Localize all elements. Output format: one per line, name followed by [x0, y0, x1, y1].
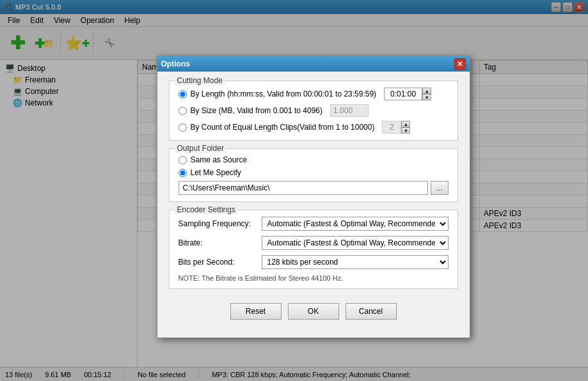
radio-same-as-source-row: Same as Source — [179, 155, 449, 164]
dialog-title-bar: Options ✕ — [157, 56, 470, 72]
radio-by-size-row: By Size (MB, Valid from 0.001 to 4096) — [179, 104, 449, 117]
radio-let-me-specify-label[interactable]: Let Me Specify — [191, 168, 241, 177]
bits-per-second-label: Bits per Second: — [179, 258, 262, 267]
dialog-body: Cutting Mode By Length (hh:mm:ss, Valid … — [157, 72, 470, 338]
length-spin-down[interactable]: ▼ — [422, 94, 431, 100]
radio-let-me-specify-row: Let Me Specify — [179, 168, 449, 177]
length-input[interactable] — [384, 88, 422, 100]
cutting-mode-section: Cutting Mode By Length (hh:mm:ss, Valid … — [169, 81, 458, 141]
length-spin-buttons: ▲ ▼ — [422, 88, 431, 100]
radio-same-as-source[interactable] — [179, 156, 187, 164]
bitrate-select-wrapper[interactable]: Automatic (Fastest & Optimal Way, Recomm… — [262, 236, 449, 250]
dialog-buttons: Reset OK Cancel — [169, 297, 458, 329]
bitrate-row: Bitrate: Automatic (Fastest & Optimal Wa… — [179, 236, 449, 250]
reset-button[interactable]: Reset — [230, 303, 282, 320]
ok-button[interactable]: OK — [288, 303, 339, 320]
count-spinbox[interactable]: ▲ ▼ — [382, 121, 410, 134]
sampling-frequency-label: Sampling Frequency: — [179, 219, 262, 228]
radio-by-length-row: By Length (hh:mm:ss, Valid from 00:00:01… — [179, 88, 449, 100]
count-spin-up[interactable]: ▲ — [401, 121, 410, 127]
path-input[interactable] — [179, 181, 428, 195]
options-dialog: Options ✕ Cutting Mode By Length (hh:mm:… — [157, 56, 470, 338]
radio-by-length-label[interactable]: By Length (hh:mm:ss, Valid from 00:00:01… — [191, 89, 377, 98]
encoder-settings-label: Encoder Settings — [175, 205, 238, 214]
bits-per-second-select[interactable]: 128 kbits per second — [262, 255, 449, 269]
radio-by-size[interactable] — [179, 107, 187, 115]
encoder-settings-section: Encoder Settings Sampling Frequency: Aut… — [169, 210, 458, 289]
bits-per-second-row: Bits per Second: 128 kbits per second — [179, 255, 449, 269]
dialog-title: Options — [161, 59, 190, 68]
bitrate-select[interactable]: Automatic (Fastest & Optimal Way, Recomm… — [262, 236, 449, 250]
cutting-mode-label: Cutting Mode — [175, 76, 225, 85]
radio-by-size-label[interactable]: By Size (MB, Valid from 0.001 to 4096) — [191, 106, 323, 115]
length-spinbox[interactable]: ▲ ▼ — [384, 88, 431, 100]
output-folder-label: Output Folder — [175, 144, 226, 153]
browse-button[interactable]: … — [431, 181, 449, 195]
modal-overlay: Options ✕ Cutting Mode By Length (hh:mm:… — [0, 0, 588, 381]
count-spin-down[interactable]: ▼ — [401, 127, 410, 134]
radio-by-count-label[interactable]: By Count of Equal Length Clips(Valid fro… — [191, 123, 375, 132]
path-row: … — [179, 181, 449, 195]
radio-same-as-source-label[interactable]: Same as Source — [191, 155, 248, 164]
radio-by-length[interactable] — [179, 90, 187, 98]
radio-by-count[interactable] — [179, 123, 187, 132]
bitrate-label: Bitrate: — [179, 238, 262, 247]
size-input[interactable] — [330, 104, 369, 117]
count-input[interactable] — [382, 121, 401, 134]
output-folder-section: Output Folder Same as Source Let Me Spec… — [169, 148, 458, 202]
bits-per-second-select-wrapper[interactable]: 128 kbits per second — [262, 255, 449, 269]
length-spin-up[interactable]: ▲ — [422, 88, 431, 94]
encoder-note: NOTE: The Bitrate is Estimated for Stere… — [179, 274, 449, 282]
cancel-button[interactable]: Cancel — [346, 303, 397, 320]
dialog-close-button[interactable]: ✕ — [454, 58, 466, 70]
radio-by-count-row: By Count of Equal Length Clips(Valid fro… — [179, 121, 449, 134]
radio-let-me-specify[interactable] — [179, 169, 187, 177]
sampling-frequency-row: Sampling Frequency: Automatic (Fastest &… — [179, 217, 449, 231]
sampling-frequency-select-wrapper[interactable]: Automatic (Fastest & Optimal Way, Recomm… — [262, 217, 449, 231]
count-spin-buttons: ▲ ▼ — [401, 121, 410, 134]
sampling-frequency-select[interactable]: Automatic (Fastest & Optimal Way, Recomm… — [262, 217, 449, 231]
